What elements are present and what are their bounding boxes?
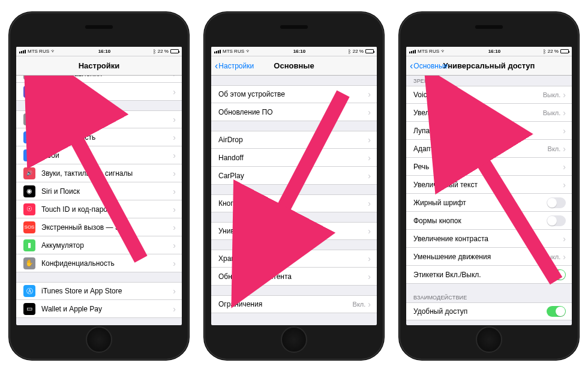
toggle-switch[interactable] [547,306,566,317]
settings-row[interactable]: ▭Wallet и Apple Pay› [16,300,182,318]
carrier-label: MTS RUS [418,49,439,54]
row-icon: AA [23,131,35,143]
chevron-right-icon: › [173,187,176,196]
settings-group: Кнопка «Домой»› [211,194,377,212]
chevron-right-icon: › [173,151,176,160]
settings-row[interactable]: ⊞Пункт управления› [16,76,182,83]
toggle-switch[interactable] [547,197,566,208]
row-label: Увеличение [413,109,543,117]
settings-row[interactable]: Handoff› [211,149,377,167]
settings-row[interactable]: Речь› [406,158,572,176]
settings-row[interactable]: SOSЭкстренный вызов — SOS› [16,218,182,236]
toggle-switch[interactable] [547,215,566,226]
settings-row[interactable]: ☉Touch ID и код-пароль› [16,200,182,218]
chevron-right-icon: › [368,227,371,235]
battery-percent: 22 % [158,49,169,54]
settings-row[interactable]: Обновление контента› [211,268,377,286]
row-label: Экран и яркость [41,133,173,142]
row-icon: ▭ [23,303,35,315]
settings-row[interactable]: ◉Siri и Поиск› [16,182,182,200]
settings-group: VoiceOverВыкл.›УвеличениеВыкл.›Лупа›Адап… [406,86,572,284]
settings-row[interactable]: ⚙Основные› [16,110,182,128]
settings-row[interactable]: ☾Не беспокоить› [16,83,182,101]
settings-row[interactable]: УвеличениеВыкл.› [406,104,572,122]
screen: MTS RUS ᯤ 16:10 ᛒ 22 % ‹ Основные Универ… [406,47,572,325]
settings-row[interactable]: Увеличенный текст› [406,176,572,194]
status-bar: MTS RUS ᯤ 16:10 ᛒ 22 % [211,47,377,56]
row-label: Удобный доступ [413,307,547,316]
settings-row[interactable]: Кнопка «Домой»› [211,194,377,212]
navbar: Настройки [16,56,182,76]
status-time: 16:10 [293,49,305,54]
wifi-icon: ᯤ [441,49,446,54]
screen: MTS RUS ᯤ 16:10 ᛒ 22 % Настройки ⊞Пункт … [16,47,182,325]
settings-row[interactable]: ⒶiTunes Store и App Store› [16,282,182,300]
chevron-right-icon: › [173,169,176,178]
chevron-right-icon: › [173,223,176,232]
row-label: Wallet и Apple Pay [41,305,173,313]
settings-row[interactable]: AAЭкран и яркость› [16,128,182,146]
settings-row[interactable]: Лупа› [406,122,572,140]
settings-group: ⚙Основные›AAЭкран и яркость›❋Обои›🔊Звуки… [16,110,182,272]
settings-row[interactable]: Этикетки Вкл./Выкл. [406,266,572,284]
battery-icon [560,49,569,53]
row-label: Siri и Поиск [41,187,173,196]
row-detail: Выкл. [543,91,561,98]
nav-back-button[interactable]: ‹ Основные [410,61,448,71]
row-icon: 🔊 [23,167,35,179]
settings-row[interactable]: Уменьшение движенияВыкл.› [406,248,572,266]
row-label: Конфиденциальность [41,259,173,268]
settings-row[interactable]: AirDrop› [211,131,377,149]
row-icon: ⊞ [23,76,35,80]
row-icon: ▮ [23,239,35,251]
chevron-right-icon: › [368,199,371,208]
status-bar: MTS RUS ᯤ 16:10 ᛒ 22 % [16,47,182,56]
row-label: Уменьшение движения [413,253,543,261]
settings-list[interactable]: ⊞Пункт управления›☾Не беспокоить› ⚙Основ… [16,76,182,325]
settings-row[interactable]: Увеличение контраста› [406,230,572,248]
settings-row[interactable]: Адаптация дисплеяВкл.› [406,140,572,158]
chevron-right-icon: › [563,235,566,243]
settings-group: Удобный доступ [406,302,572,320]
row-label: Кнопка «Домой» [218,199,368,208]
settings-row[interactable]: Формы кнопок [406,212,572,230]
settings-row[interactable]: Удобный доступ [406,302,572,320]
settings-row[interactable]: ✋Конфиденциальность› [16,254,182,272]
section-header-interaction: ВЗАИМОДЕЙСТВИЕ [406,292,572,302]
settings-row[interactable]: VoiceOverВыкл.› [406,86,572,104]
row-label: Жирный шрифт [413,199,547,207]
settings-row[interactable]: Жирный шрифт [406,194,572,212]
settings-row[interactable]: Об этом устройстве› [211,85,377,103]
battery-icon [365,49,374,53]
chevron-right-icon: › [368,272,371,281]
settings-row[interactable]: Обновление ПО› [211,103,377,121]
chevron-right-icon: › [173,76,176,78]
settings-row[interactable]: ОграниченияВкл.› [211,295,377,313]
row-label: Увеличение контраста [413,235,563,243]
settings-row[interactable]: ❋Обои› [16,146,182,164]
settings-row[interactable]: Хранилище iPhone› [211,250,377,268]
nav-back-button[interactable]: ‹ Настройки [215,61,254,71]
general-list[interactable]: Об этом устройстве›Обновление ПО› AirDro… [211,76,377,325]
toggle-switch[interactable] [547,269,566,280]
wifi-icon: ᯤ [246,49,251,54]
settings-group: AirDrop›Handoff›CarPlay› [211,131,377,185]
row-detail: Вкл. [353,301,366,308]
battery-percent: 22 % [548,49,559,54]
row-icon: ☾ [23,86,35,98]
settings-row[interactable]: Универсальный доступ› [211,222,377,240]
phone-3: MTS RUS ᯤ 16:10 ᛒ 22 % ‹ Основные Универ… [399,12,579,360]
chevron-right-icon: › [368,154,371,162]
chevron-right-icon: › [368,172,371,180]
settings-row[interactable]: CarPlay› [211,167,377,185]
navbar: ‹ Настройки Основные [211,56,377,76]
settings-group: ОграниченияВкл.› [211,295,377,313]
accessibility-list[interactable]: ЗРЕНИЕ VoiceOverВыкл.›УвеличениеВыкл.›Лу… [406,76,572,325]
phone-2: MTS RUS ᯤ 16:10 ᛒ 22 % ‹ Настройки Основ… [204,12,384,360]
settings-row[interactable]: ▮Аккумулятор› [16,236,182,254]
row-icon: SOS [23,221,35,233]
settings-row[interactable]: 🔊Звуки, тактильные сигналы› [16,164,182,182]
chevron-right-icon: › [368,108,371,116]
row-label: Увеличенный текст [413,181,563,189]
row-label: Об этом устройстве [218,90,368,98]
